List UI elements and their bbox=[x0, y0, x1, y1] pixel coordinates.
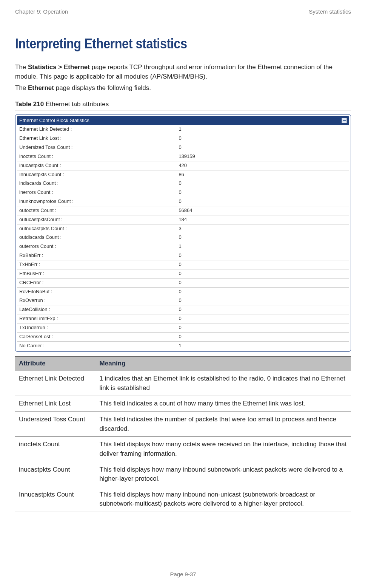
stats-row: EthBusErr :0 bbox=[17, 269, 349, 278]
stats-value: 1 bbox=[176, 242, 349, 251]
intro-bold-1: Statistics > Ethernet bbox=[28, 63, 90, 71]
page-footer: Page 9-37 bbox=[15, 570, 351, 579]
stats-key: RetransLimitExp : bbox=[17, 314, 176, 323]
page-title: Interpreting Ethernet statistics bbox=[15, 34, 317, 54]
stats-value: 0 bbox=[176, 287, 349, 296]
stats-key: inucastpkts Count : bbox=[17, 161, 176, 170]
attr-row: inucastpkts CountThis field displays how… bbox=[15, 462, 351, 487]
attr-meaning: This field indicates the number of packe… bbox=[96, 412, 351, 437]
stats-row: Ethernet Link Lost :0 bbox=[17, 134, 349, 143]
attr-meaning: This field displays how many octets were… bbox=[96, 437, 351, 462]
stats-key: inerrors Count : bbox=[17, 188, 176, 197]
intro-bold-2: Ethernet bbox=[28, 84, 54, 91]
stats-key: Ethernet Link Detected : bbox=[17, 125, 176, 134]
stats-key: LateCollision : bbox=[17, 305, 176, 314]
attr-name: inoctets Count bbox=[15, 437, 96, 462]
stats-key: TxHbErr : bbox=[17, 260, 176, 269]
attr-name: Ethernet Link Lost bbox=[15, 396, 96, 412]
stats-value: 420 bbox=[176, 161, 349, 170]
stats-row: LateCollision :0 bbox=[17, 305, 349, 314]
attr-row: inoctets CountThis field displays how ma… bbox=[15, 437, 351, 462]
stats-value: 86 bbox=[176, 170, 349, 179]
attribute-table: Attribute Meaning Ethernet Link Detected… bbox=[15, 356, 351, 512]
stats-row: Ethernet Link Detected :1 bbox=[17, 125, 349, 134]
stats-row: RetransLimitExp :0 bbox=[17, 314, 349, 323]
stats-value: 56864 bbox=[176, 206, 349, 215]
stats-value: 3 bbox=[176, 224, 349, 233]
stats-value: 0 bbox=[176, 305, 349, 314]
stats-row: outnucastpkts Count :3 bbox=[17, 224, 349, 233]
stats-key: Undersized Toss Count : bbox=[17, 143, 176, 152]
page-header-left: Chapter 9: Operation bbox=[15, 8, 68, 16]
attr-name: inucastpkts Count bbox=[15, 462, 96, 487]
attr-row: Undersized Toss CountThis field indicate… bbox=[15, 412, 351, 437]
stats-key: outnucastpkts Count : bbox=[17, 224, 176, 233]
stats-value: 0 bbox=[176, 197, 349, 206]
stats-row: indiscards Count :0 bbox=[17, 179, 349, 188]
stats-value: 139159 bbox=[176, 152, 349, 161]
stats-value: 0 bbox=[176, 260, 349, 269]
stats-key: RxBabErr : bbox=[17, 251, 176, 260]
stats-value: 1 bbox=[176, 125, 349, 134]
stats-value: 1 bbox=[176, 341, 349, 350]
stats-key: CarSenseLost : bbox=[17, 332, 176, 341]
stats-row: inoctets Count :139159 bbox=[17, 152, 349, 161]
stats-row: inunknownprotos Count :0 bbox=[17, 197, 349, 206]
attr-meaning: This field displays how many inbound sub… bbox=[96, 462, 351, 487]
stats-titlebar: Ethernet Control Block Statistics bbox=[17, 116, 349, 125]
page-header-right: System statistics bbox=[309, 8, 351, 16]
divider bbox=[15, 110, 351, 110]
stats-key: Ethernet Link Lost : bbox=[17, 134, 176, 143]
stats-key: RcvFifoNoBuf : bbox=[17, 287, 176, 296]
stats-value: 0 bbox=[176, 143, 349, 152]
attr-meaning: 1 indicates that an Ethernet link is est… bbox=[96, 371, 351, 396]
stats-key: indiscards Count : bbox=[17, 179, 176, 188]
stats-key: outoctets Count : bbox=[17, 206, 176, 215]
attr-head-attribute: Attribute bbox=[15, 357, 96, 371]
stats-value: 0 bbox=[176, 278, 349, 287]
attr-row: Innucastpkts CountThis field displays ho… bbox=[15, 487, 351, 512]
stats-row: outdiscards Count :0 bbox=[17, 233, 349, 242]
stats-key: outucastpktsCount : bbox=[17, 215, 176, 224]
stats-key: outdiscards Count : bbox=[17, 233, 176, 242]
table-reference: Table 210 Ethernet tab attributes bbox=[15, 100, 351, 109]
stats-value: 0 bbox=[176, 296, 349, 305]
stats-row: CarSenseLost :0 bbox=[17, 332, 349, 341]
stats-row: TxUnderrun :0 bbox=[17, 323, 349, 332]
stats-value: 0 bbox=[176, 269, 349, 278]
stats-key: No Carrier : bbox=[17, 341, 176, 350]
minimize-icon[interactable] bbox=[342, 118, 347, 123]
attr-row: Ethernet Link LostThis field indicates a… bbox=[15, 396, 351, 412]
attr-meaning: This field indicates a count of how many… bbox=[96, 396, 351, 412]
stats-value: 0 bbox=[176, 314, 349, 323]
stats-value: 0 bbox=[176, 233, 349, 242]
stats-key: inoctets Count : bbox=[17, 152, 176, 161]
stats-row: CRCError :0 bbox=[17, 278, 349, 287]
stats-value: 0 bbox=[176, 332, 349, 341]
stats-row: No Carrier :1 bbox=[17, 341, 349, 350]
attr-name: Ethernet Link Detected bbox=[15, 371, 96, 396]
attr-name: Innucastpkts Count bbox=[15, 487, 96, 512]
stats-row: inucastpkts Count :420 bbox=[17, 161, 349, 170]
stats-row: RcvFifoNoBuf :0 bbox=[17, 287, 349, 296]
stats-value: 184 bbox=[176, 215, 349, 224]
stats-row: RxOverrun :0 bbox=[17, 296, 349, 305]
stats-table: Ethernet Link Detected :1Ethernet Link L… bbox=[17, 125, 349, 350]
stats-value: 0 bbox=[176, 251, 349, 260]
stats-key: RxOverrun : bbox=[17, 296, 176, 305]
stats-row: TxHbErr :0 bbox=[17, 260, 349, 269]
stats-key: outerrors Count : bbox=[17, 242, 176, 251]
attr-head-meaning: Meaning bbox=[96, 357, 351, 371]
stats-value: 0 bbox=[176, 134, 349, 143]
intro-para-2: The Ethernet page displays the following… bbox=[15, 84, 351, 93]
stats-panel: Ethernet Control Block Statistics Ethern… bbox=[15, 114, 351, 352]
stats-key: EthBusErr : bbox=[17, 269, 176, 278]
stats-key: TxUnderrun : bbox=[17, 323, 176, 332]
stats-row: RxBabErr :0 bbox=[17, 251, 349, 260]
stats-row: Innucastpkts Count :86 bbox=[17, 170, 349, 179]
stats-key: inunknownprotos Count : bbox=[17, 197, 176, 206]
stats-key: CRCError : bbox=[17, 278, 176, 287]
intro-para-1: The Statistics > Ethernet page reports T… bbox=[15, 63, 351, 81]
attr-row: Ethernet Link Detected1 indicates that a… bbox=[15, 371, 351, 396]
stats-row: outoctets Count :56864 bbox=[17, 206, 349, 215]
